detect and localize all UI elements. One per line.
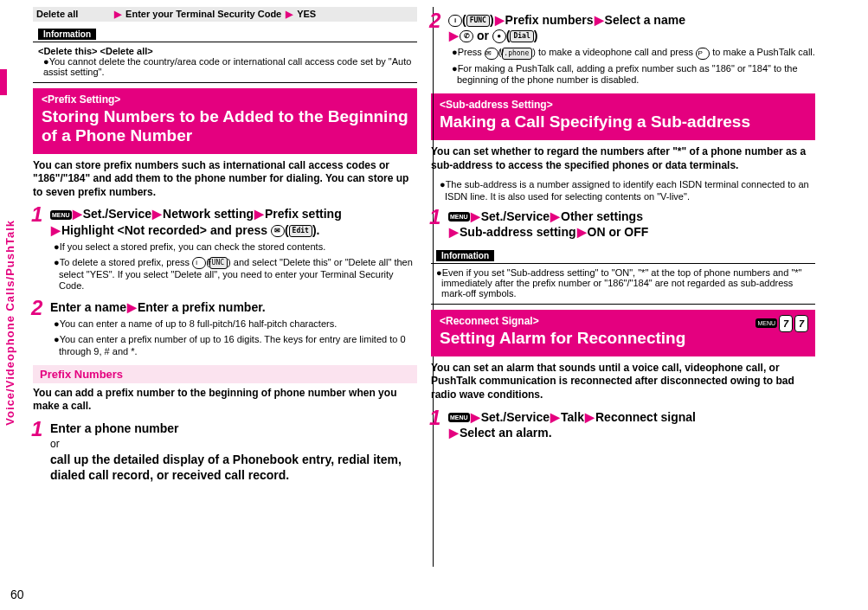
column-divider [433, 7, 434, 567]
subaddress-step-1: 1 MENU▶Set./Service▶Other settings ▶Sub-… [431, 209, 815, 240]
feature-tag: <Prefix Setting> [42, 93, 408, 106]
feature-title: Storing Numbers to be Added to the Begin… [42, 107, 408, 144]
feature-title: Making a Call Specifying a Sub-address [440, 112, 750, 131]
pn-step1-main: Enter a phone number [50, 421, 417, 436]
arrow-icon: ▶ [113, 9, 123, 19]
step2-main: Enter a name▶Enter a prefix number. [50, 299, 417, 315]
step-number-icon: 1 [31, 417, 42, 441]
subaddress-header: <Sub-address Setting> Making a Call Spec… [431, 93, 815, 140]
prefix-step-2: 2 Enter a name▶Enter a prefix number. ●Y… [33, 299, 417, 357]
step2-sub1: ●You can enter a name of up to 8 full-pi… [57, 318, 417, 331]
section-tab: Voice/Videophone Calls/PushTalk [0, 95, 19, 549]
mail-key-icon: ✉ [485, 48, 498, 60]
i-key-icon: i [448, 15, 462, 27]
func-softkey-icon: FUNC [209, 257, 228, 269]
info-block-delete: Information <Delete this> <Delete all> ●… [33, 25, 417, 83]
pn-step1-alt: call up the detailed display of a Phoneb… [50, 452, 417, 483]
arrow-icon: ▶ [284, 9, 294, 19]
prefix-intro: You can store prefix numbers such as int… [33, 159, 417, 200]
i-key-icon: i [192, 257, 206, 269]
sa-step1-main: MENU▶Set./Service▶Other settings ▶Sub-ad… [448, 209, 815, 240]
step1-main: MENU▶Set./Service▶Network setting▶Prefix… [50, 206, 417, 237]
info-body-text: ●Even if you set "Sub-address setting" t… [436, 267, 802, 299]
prefix-numbers-intro: You can add a prefix number to the begin… [33, 387, 417, 414]
shortcut-badge: MENU 7 7 [755, 315, 808, 332]
info-subhead: <Delete this> <Delete all> [38, 46, 412, 56]
call-key-icon: ✆ [460, 30, 473, 42]
subaddress-bullet: ●The sub-address is a number assigned to… [434, 179, 815, 203]
vphone-softkey-icon: V.phone [502, 48, 533, 60]
left-column: Delete all ▶ Enter your Terminal Securit… [26, 7, 424, 490]
menu-icon: MENU [448, 413, 470, 422]
delete-all-bar: Delete all ▶ Enter your Terminal Securit… [33, 7, 417, 22]
ptt-key-icon: P [696, 48, 710, 60]
or-text: or [50, 438, 417, 450]
step1-sub2: ●To delete a stored prefix, press i(FUNC… [57, 257, 417, 293]
or-text: or [477, 29, 489, 42]
prefix-step-1: 1 MENU▶Set./Service▶Network setting▶Pref… [33, 206, 417, 292]
info-tag: Information [38, 29, 96, 40]
menu-icon: MENU [755, 318, 777, 328]
step-number-icon: 2 [429, 9, 440, 33]
subaddress-intro: You can set whether to regard the number… [431, 145, 815, 172]
step-number-icon: 1 [31, 202, 42, 227]
prefix-setting-header: <Prefix Setting> Storing Numbers to be A… [33, 88, 417, 154]
section-tab-label: Voice/Videophone Calls/PushTalk [3, 220, 16, 426]
step-number-icon: 1 [429, 205, 440, 229]
reconnect-header: <Reconnect Signal> Setting Alarm for Rec… [431, 310, 815, 356]
right-step-2: 2 i(FUNC)▶Prefix numbers▶Select a name ▶… [431, 12, 815, 87]
key-7-icon: 7 [794, 315, 808, 332]
feature-tag: <Sub-address Setting> [440, 99, 807, 111]
r-step2-sub1: ●Press ✉(V.phone) to make a videophone c… [455, 47, 815, 59]
dial-softkey-icon: Dial [510, 30, 533, 42]
feature-title: Setting Alarm for Reconnecting [440, 329, 685, 347]
page-number: 60 [10, 588, 24, 601]
prefix-numbers-step-1: 1 Enter a phone number or call up the de… [33, 421, 417, 484]
func-softkey-icon: FUNC [466, 15, 490, 27]
info-tag: Information [436, 250, 494, 261]
r-step2-sub2: ●For making a PushTalk call, adding a pr… [455, 63, 815, 87]
step2-sub2: ●You can enter a prefix number of up to … [57, 334, 417, 358]
mail-key-icon: ✉ [271, 225, 285, 237]
key-7-icon: 7 [779, 315, 793, 332]
step1-sub1: ●If you select a stored prefix, you can … [57, 241, 417, 254]
info-block-subaddr: Information ●Even if you set "Sub-addres… [431, 247, 815, 305]
step-number-icon: 2 [31, 296, 42, 320]
menu-icon: MENU [448, 212, 470, 222]
feature-tag: <Reconnect Signal> [440, 315, 807, 327]
bar-yes: YES [297, 9, 316, 19]
bar-enter-code: Enter your Terminal Security Code [125, 9, 281, 19]
reconnect-intro: You can set an alarm that sounds until a… [431, 362, 815, 402]
nav-key-icon: ● [492, 29, 506, 43]
info-body-text: ●You cannot delete the country/area code… [43, 56, 411, 77]
menu-icon: MENU [50, 210, 72, 220]
prefix-numbers-subhead: Prefix Numbers [33, 365, 417, 383]
rc-step1-main: MENU▶Set./Service▶Talk▶Reconnect signal … [448, 409, 815, 440]
edit-softkey-icon: Edit [289, 225, 312, 237]
reconnect-step-1: 1 MENU▶Set./Service▶Talk▶Reconnect signa… [431, 409, 815, 440]
right-column: 2 i(FUNC)▶Prefix numbers▶Select a name ▶… [424, 7, 822, 490]
step-number-icon: 1 [429, 406, 440, 430]
r-step2-main: i(FUNC)▶Prefix numbers▶Select a name ▶✆ … [448, 12, 815, 43]
bar-delete-all: Delete all [36, 9, 78, 19]
